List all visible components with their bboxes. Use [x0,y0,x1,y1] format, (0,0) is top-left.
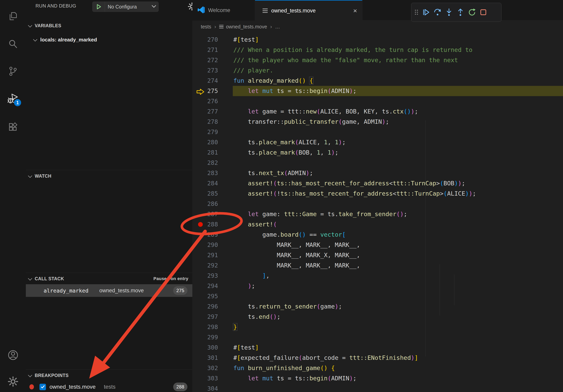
breakpoint-gutter[interactable] [192,301,205,312]
code-line[interactable]: 290 MARK__, MARK__, MARK__, [192,240,563,250]
code-line-text[interactable]: MARK__, MARK__, MARK__, [233,260,563,271]
code-line-text[interactable] [233,291,563,301]
breakpoint-gutter[interactable] [192,45,205,55]
code-line[interactable]: 276 [192,96,563,106]
code-line[interactable]: 273/// player. [192,65,563,76]
call-stack-section-header[interactable]: CALL STACK Paused on entry [26,274,192,284]
code-line[interactable]: 282 [192,158,563,168]
line-number[interactable]: 294 [205,281,218,291]
breakpoint-gutter[interactable] [192,332,205,342]
code-line[interactable]: 275 let mut ts = ts::begin(ADMIN); [192,86,563,96]
code-line-text[interactable]: assert!( [233,219,563,230]
code-line-text[interactable]: fun already_marked() { [233,76,563,86]
code-line[interactable]: 272/// the player who made the "false" m… [192,55,563,65]
code-line[interactable]: 293 ], [192,271,563,281]
line-number[interactable]: 274 [205,76,218,86]
breakpoint-gutter[interactable] [192,168,205,178]
breadcrumb-symbol-ellipsis[interactable]: … [275,24,280,30]
code-line-text[interactable]: game.board() == vector[ [233,230,563,240]
breakpoints-section-header[interactable]: BREAKPOINTS [26,370,192,380]
line-number[interactable]: 280 [205,137,218,147]
code-line-text[interactable]: #[expected_failure(abort_code = ttt::ENo… [233,353,563,363]
code-line[interactable]: 278 transfer::public_transfer(game, ADMI… [192,117,563,127]
code-line[interactable]: 288 assert!( [192,219,563,230]
code-line-text[interactable]: let game: ttt::Game = ts.take_from_sende… [233,209,563,219]
code-line[interactable]: 296 ts.return_to_sender(game); [192,301,563,312]
breakpoint-dot-icon[interactable] [198,222,203,227]
code-line-text[interactable] [233,96,563,106]
breadcrumb-folder[interactable]: tests [201,24,211,30]
account-icon[interactable] [0,344,26,366]
breakpoint-gutter[interactable] [192,117,205,127]
launch-config-control[interactable]: No Configura [92,1,159,12]
code-line[interactable]: 280 ts.place_mark(ALICE, 1, 1); [192,137,563,147]
breakpoint-gutter[interactable] [192,260,205,271]
code-line[interactable]: 298} [192,322,563,332]
breakpoint-gutter[interactable] [192,230,205,240]
code-line-text[interactable]: ts.place_mark(BOB, 1, 1); [233,147,563,158]
extensions-icon[interactable] [0,116,26,138]
line-number[interactable]: 284 [205,178,218,188]
code-line[interactable]: 292 MARK__, MARK__, MARK__, [192,260,563,271]
line-number[interactable]: 286 [205,199,218,209]
breakpoint-gutter[interactable] [192,158,205,168]
breakpoint-gutter[interactable] [192,322,205,332]
code-line[interactable]: 295 [192,291,563,301]
line-number[interactable]: 295 [205,291,218,301]
code-line[interactable]: 303 let mut ts = ts::begin(ADMIN); [192,373,563,383]
code-line-text[interactable]: ); [233,281,563,291]
breadcrumb-file[interactable]: owned_tests.move [226,24,267,30]
breakpoint-gutter[interactable] [192,373,205,383]
code-line[interactable]: 279 [192,127,563,137]
code-line[interactable]: 277 let game = ttt::new(ALICE, BOB, KEY,… [192,106,563,117]
tab-welcome[interactable]: Welcome [192,0,255,21]
drag-handle-icon[interactable] [412,9,420,15]
breakpoint-gutter[interactable] [192,271,205,281]
step-into-button[interactable] [443,5,455,19]
code-line-text[interactable]: ts.end(); [233,312,563,322]
breakpoint-gutter[interactable] [192,383,205,392]
code-line[interactable]: 297 ts.end(); [192,312,563,322]
breakpoint-checkbox[interactable] [39,384,46,390]
code-line[interactable]: 286 [192,199,563,209]
code-area[interactable]: 270#[test]271/// When a position is alre… [192,33,563,392]
line-number[interactable]: 304 [205,383,218,392]
breakpoint-gutter[interactable] [192,76,205,86]
stop-button[interactable] [478,5,489,19]
code-line-text[interactable]: transfer::public_transfer(game, ADMIN); [233,117,563,127]
settings-gear-icon[interactable] [0,371,26,392]
line-number[interactable]: 279 [205,127,218,137]
code-line[interactable]: 294 ); [192,281,563,291]
code-line-text[interactable]: MARK__, MARK_X, MARK__, [233,250,563,260]
code-line-text[interactable]: ts.place_mark(ALICE, 1, 1); [233,137,563,147]
line-number[interactable]: 297 [205,312,218,322]
source-control-icon[interactable] [0,60,26,82]
breakpoint-gutter[interactable] [192,353,205,363]
variables-scope-locals[interactable]: locals: already_marked [26,35,192,44]
code-line-text[interactable] [233,383,563,392]
line-number[interactable]: 290 [205,240,218,250]
breakpoint-gutter[interactable] [192,219,205,230]
line-number[interactable]: 301 [205,353,218,363]
code-line-text[interactable] [233,158,563,168]
breakpoint-gutter[interactable] [192,65,205,76]
code-line-text[interactable]: /// When a position is already marked, t… [233,45,563,55]
code-line[interactable]: 274fun already_marked() { [192,76,563,86]
breakpoint-gutter[interactable] [192,312,205,322]
code-line[interactable]: 300#[test] [192,342,563,353]
code-line-text[interactable]: /// player. [233,65,563,76]
tab-owned-tests-move[interactable]: owned_tests.move × [255,0,362,21]
code-line[interactable]: 304 [192,383,563,392]
line-number[interactable]: 275 [205,86,218,96]
line-number[interactable]: 296 [205,301,218,312]
code-line[interactable]: 284 assert!(ts::has_most_recent_for_addr… [192,178,563,188]
breakpoint-gutter[interactable] [192,96,205,106]
breakpoint-gutter[interactable] [192,188,205,199]
code-line[interactable]: 301#[expected_failure(abort_code = ttt::… [192,353,563,363]
tab-label[interactable]: Welcome [208,7,230,13]
line-number[interactable]: 282 [205,158,218,168]
line-number[interactable]: 291 [205,250,218,260]
breakpoint-gutter[interactable] [192,127,205,137]
breakpoint-gutter[interactable] [192,240,205,250]
line-number[interactable]: 292 [205,260,218,271]
